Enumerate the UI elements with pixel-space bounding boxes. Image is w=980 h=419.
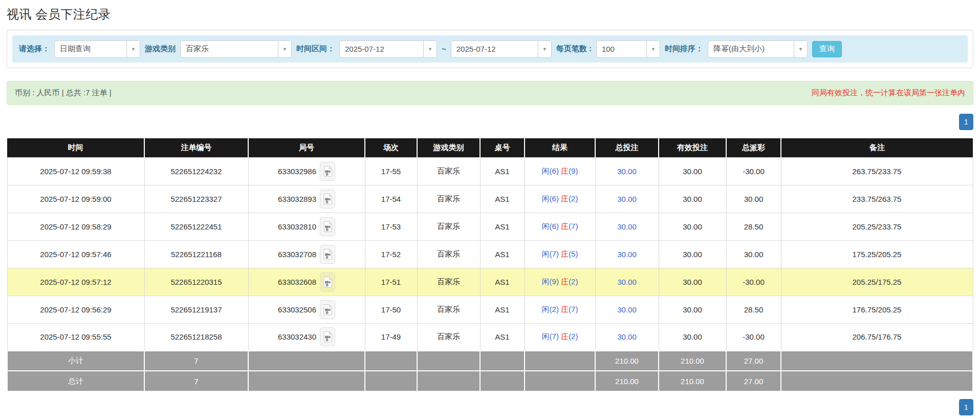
total-bet-link[interactable]: 30.00: [617, 195, 637, 203]
subtotal-valid-bet: 210.00: [659, 351, 726, 371]
total-empty-round: [248, 371, 365, 391]
page-title: 视讯 会员下注纪录: [7, 6, 973, 23]
round-number: 633032430: [278, 332, 316, 341]
page-size-select[interactable]: 100 ▼: [596, 40, 660, 58]
sort-order-select[interactable]: 降幂(由大到小) ▼: [708, 40, 808, 58]
cell-total-bet: 30.00: [595, 157, 659, 185]
cell-table-no: AS1: [480, 213, 525, 240]
cell-round: 633032986: [248, 157, 365, 185]
table-row: 2025-07-12 09:57:46522651221168633032708…: [7, 240, 973, 268]
page-button-1[interactable]: 1: [959, 399, 973, 415]
cell-round: 633032708: [248, 240, 365, 268]
total-bet-link[interactable]: 30.00: [617, 305, 637, 314]
chevron-down-icon[interactable]: ▼: [278, 41, 291, 57]
subtotal-row: 小计 7 210.00 210.00 27.00: [7, 351, 973, 371]
cell-game-type: 百家乐: [417, 323, 480, 351]
video-replay-icon[interactable]: [320, 300, 335, 319]
cell-bet-id: 522651223327: [144, 185, 248, 213]
result-banker-score: (2): [569, 277, 578, 286]
cell-total-bet: 30.00: [595, 323, 659, 351]
video-replay-icon[interactable]: [320, 162, 335, 181]
betting-records-table: 时间 注单编号 局号 场次 游戏类别 桌号 结果 总投注 有效投注 总派彩 备注…: [7, 138, 973, 391]
col-round: 局号: [248, 138, 365, 157]
result-banker-score: (7): [569, 305, 578, 313]
filter-bar: 请选择： 日期查询 ▼ 游戏类别 百家乐 ▼ 时间区间： 2025-07-12 …: [12, 35, 968, 62]
total-bet-link[interactable]: 30.00: [617, 278, 637, 286]
video-replay-icon[interactable]: [320, 273, 335, 291]
cell-total-bet: 30.00: [595, 213, 659, 240]
cell-payout: 30.00: [726, 240, 781, 268]
result-banker-score: (7): [569, 222, 578, 231]
cell-result: 闲(7) 庄(5): [525, 240, 595, 268]
subtotal-empty-table: [480, 351, 525, 371]
cell-bet-id: 522651221168: [144, 240, 248, 268]
chevron-down-icon[interactable]: ▼: [794, 41, 807, 57]
cell-time: 2025-07-12 09:57:46: [7, 240, 144, 268]
cell-result: 闲(7) 庄(2): [525, 323, 595, 351]
chevron-down-icon[interactable]: ▼: [126, 41, 140, 57]
total-bet-link[interactable]: 30.00: [617, 167, 637, 176]
col-total-bet: 总投注: [595, 138, 659, 157]
round-number: 633032506: [278, 305, 316, 314]
chevron-down-icon[interactable]: ▼: [538, 41, 551, 57]
table-row: 2025-07-12 09:59:38522651224232633032986…: [7, 157, 973, 185]
cell-note: 176.75/205.25: [781, 296, 973, 323]
result-banker-label: 庄: [561, 277, 569, 286]
result-banker-label: 庄: [561, 166, 569, 175]
cell-result: 闲(9) 庄(2): [525, 268, 595, 296]
chevron-down-icon[interactable]: ▼: [423, 41, 437, 57]
cell-session: 17-55: [365, 157, 417, 185]
cell-time: 2025-07-12 09:59:38: [7, 157, 144, 185]
total-bet-link[interactable]: 30.00: [617, 332, 637, 341]
cell-time: 2025-07-12 09:58:29: [7, 213, 144, 240]
cell-session: 17-51: [365, 268, 417, 296]
round-number: 633032708: [278, 250, 316, 259]
cell-note: 175.25/205.25: [781, 240, 973, 268]
video-replay-icon[interactable]: [320, 190, 335, 208]
cell-payout: 30.00: [726, 185, 781, 213]
search-button[interactable]: 查询: [812, 41, 842, 57]
cell-note: 263.75/233.75: [781, 157, 973, 185]
video-replay-icon[interactable]: [320, 217, 335, 236]
col-session: 场次: [365, 138, 417, 157]
cell-bet-id: 522651220315: [144, 268, 248, 296]
subtotal-empty-round: [248, 351, 365, 371]
total-bet-link[interactable]: 30.00: [617, 250, 637, 259]
date-to-select[interactable]: 2025-07-12 ▼: [451, 40, 552, 58]
cell-result: 闲(2) 庄(7): [525, 296, 595, 323]
cell-time: 2025-07-12 09:57:12: [7, 268, 144, 296]
cell-session: 17-50: [365, 296, 417, 323]
chevron-down-icon[interactable]: ▼: [646, 41, 660, 57]
cell-table-no: AS1: [480, 157, 525, 185]
round-number: 633032986: [278, 167, 316, 176]
page-button-1[interactable]: 1: [959, 114, 973, 130]
date-from-select[interactable]: 2025-07-12 ▼: [339, 40, 437, 58]
cell-round: 633032430: [248, 323, 365, 351]
col-game-type: 游戏类别: [417, 138, 480, 157]
page-size-value: 100: [597, 41, 646, 57]
cell-bet-id: 522651224232: [144, 157, 248, 185]
subtotal-empty-session: [365, 351, 417, 371]
cell-result: 闲(6) 庄(9): [525, 157, 595, 185]
result-player: 闲(7): [542, 332, 559, 341]
table-header-row: 时间 注单编号 局号 场次 游戏类别 桌号 结果 总投注 有效投注 总派彩 备注: [7, 138, 973, 157]
total-label: 总计: [7, 371, 144, 391]
cell-valid-bet: 30.00: [659, 213, 726, 240]
video-replay-icon[interactable]: [320, 327, 335, 346]
cell-payout: -30.00: [726, 323, 781, 351]
total-bet-link[interactable]: 30.00: [617, 222, 637, 231]
total-count: 7: [144, 371, 248, 391]
result-player: 闲(9): [542, 277, 559, 286]
col-table-no: 桌号: [480, 138, 525, 157]
query-type-select[interactable]: 日期查询 ▼: [54, 40, 140, 58]
col-valid-bet: 有效投注: [659, 138, 726, 157]
game-type-select[interactable]: 百家乐 ▼: [180, 40, 292, 58]
video-replay-icon[interactable]: [320, 245, 335, 264]
total-valid-bet: 210.00: [659, 371, 726, 391]
game-type-value: 百家乐: [181, 41, 278, 57]
round-number: 633032608: [278, 278, 316, 286]
cell-time: 2025-07-12 09:55:55: [7, 323, 144, 351]
col-result: 结果: [525, 138, 595, 157]
subtotal-payout: 27.00: [726, 351, 781, 371]
page: 视讯 会员下注纪录 请选择： 日期查询 ▼ 游戏类别 百家乐 ▼ 时间区间： 2…: [0, 0, 980, 419]
